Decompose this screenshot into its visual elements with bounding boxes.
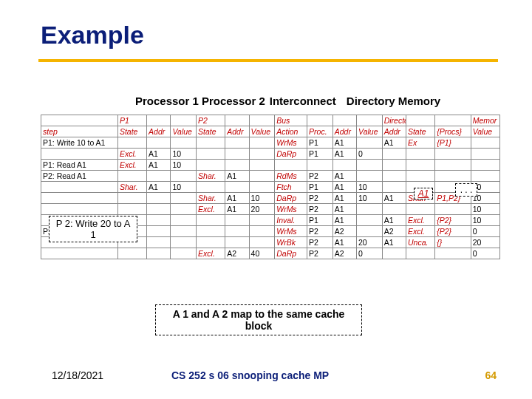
table-cell [357, 215, 383, 226]
table-cell [357, 160, 383, 171]
table-cell [41, 248, 118, 259]
table-cell [406, 160, 434, 171]
table-cell [275, 160, 307, 171]
table-group-header: P2 [197, 115, 225, 126]
table-group-header [332, 115, 356, 126]
table-cell [171, 171, 197, 182]
footer-page-number: 64 [485, 369, 497, 381]
table-cell: A2 [382, 226, 406, 237]
table-column-header: Proc. [307, 126, 333, 137]
table-cell [406, 204, 434, 215]
table-group-header: Directory [382, 115, 406, 126]
table-cell: P1: Write 10 to A1 [41, 137, 118, 149]
table-cell [197, 182, 225, 193]
table-cell: A1 [382, 215, 406, 226]
table-cell: {P2} [435, 215, 471, 226]
table-column-header: Addr [225, 126, 249, 137]
title-underline [38, 59, 498, 62]
table-cell: A1 [147, 149, 171, 160]
table-cell [332, 160, 356, 171]
table-row: P1: Read A1Excl.A110 [41, 160, 500, 171]
table-column-header: Action [275, 126, 307, 137]
label-directory: Directory [347, 95, 395, 107]
table-group-header [406, 115, 434, 126]
table-cell: A1 [382, 237, 406, 248]
table-cell: A1 [332, 149, 356, 160]
table-cell: 0 [471, 248, 499, 259]
table-group-header: P1 [117, 115, 146, 126]
table-cell: {P2} [435, 226, 471, 237]
table-cell: P2 [307, 204, 333, 215]
table-cell [406, 171, 434, 182]
table-group-header [307, 115, 333, 126]
table-cell [147, 248, 171, 259]
table-cell: P1 [307, 137, 333, 149]
table-cell [171, 215, 197, 226]
table-cell: A1 [382, 137, 406, 149]
table-column-header: Value [357, 126, 383, 137]
table-cell [435, 149, 471, 160]
table-cell: 0 [357, 149, 383, 160]
table-cell: Inval. [275, 215, 307, 226]
table-cell [197, 237, 225, 248]
table-cell [307, 160, 333, 171]
table-cell [171, 248, 197, 259]
table-cell: A1 [225, 193, 249, 204]
table-cell: 10 [171, 160, 197, 171]
table-group-header [435, 115, 471, 126]
table-cell: {} [435, 237, 471, 248]
table-cell [171, 226, 197, 237]
table-cell [147, 204, 171, 215]
table-row: Excl.A240DaRpP2A200 [41, 248, 500, 259]
table-cell: RdMs [275, 171, 307, 182]
table-group-header [225, 115, 249, 126]
table-cell [249, 160, 275, 171]
table-cell [197, 160, 225, 171]
table-group-header [249, 115, 275, 126]
table-cell [382, 171, 406, 182]
table-row: P2: Read A1Shar.A1RdMsP2A1 [41, 171, 500, 182]
table-cell [41, 204, 118, 215]
label-processor-1: Processor 1 [135, 95, 199, 107]
table-cell: DaRp [275, 248, 307, 259]
table-cell [41, 193, 118, 204]
table-cell [117, 204, 146, 215]
table-cell: P2: Read A1 [41, 171, 118, 182]
table-cell: DaRp [275, 193, 307, 204]
table-cell [406, 248, 434, 259]
table-cell [382, 182, 406, 193]
table-cell: A2 [332, 248, 356, 259]
table-cell [147, 193, 171, 204]
table-cell: A1 [332, 215, 356, 226]
table-group-header [171, 115, 197, 126]
table-cell [147, 226, 171, 237]
label-interconnect: Interconnect [270, 95, 336, 107]
table-cell [225, 226, 249, 237]
table-cell: 20 [357, 237, 383, 248]
table-cell: P2 [307, 226, 333, 237]
table-cell: Excl. [117, 160, 146, 171]
table-cell: A1 [332, 171, 356, 182]
table-cell [117, 193, 146, 204]
table-cell: A1 [225, 171, 249, 182]
table-column-header: Value [249, 126, 275, 137]
table-cell: Excl. [117, 149, 146, 160]
table-cell [435, 248, 471, 259]
table-cell [382, 160, 406, 171]
table-cell: Ex [406, 137, 434, 149]
table-cell: 20 [249, 204, 275, 215]
table-cell [225, 160, 249, 171]
table-column-header: {Procs} [435, 126, 471, 137]
table-cell: P2 [307, 248, 333, 259]
table-cell: WrMs [275, 226, 307, 237]
table-cell [147, 171, 171, 182]
table-cell [249, 171, 275, 182]
table-cell [382, 204, 406, 215]
table-cell: Shar. [197, 193, 225, 204]
slide-title: Example [41, 21, 144, 50]
table-cell: A1 [147, 182, 171, 193]
table-cell: P1 [307, 149, 333, 160]
table-cell [171, 237, 197, 248]
table-cell [471, 137, 499, 149]
table-cell [249, 149, 275, 160]
